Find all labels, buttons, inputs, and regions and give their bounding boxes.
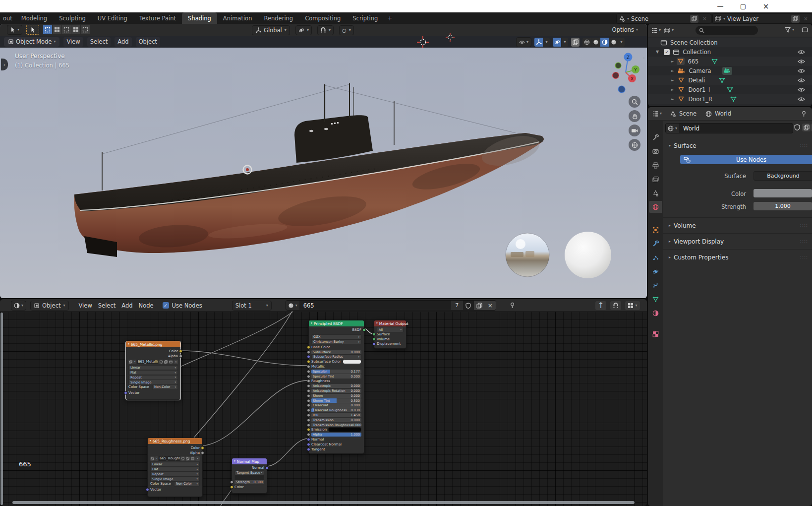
fake-user-button[interactable]: [463, 301, 474, 310]
clearcoat-roughness-slider[interactable]: Clearcoat Roughness0.030: [311, 408, 361, 412]
socket-metallic[interactable]: [307, 365, 310, 369]
snap-node-toggle[interactable]: [610, 301, 621, 310]
transform-orientation-dropdown[interactable]: Global ▾: [252, 25, 290, 35]
specular-tint-slider[interactable]: Specular Tint0.000: [311, 374, 361, 378]
breadcrumb-scene[interactable]: Scene: [679, 110, 696, 117]
menu-object[interactable]: Object: [136, 37, 160, 47]
interpolation-dropdown[interactable]: Linear▾: [128, 365, 178, 370]
new-scene-button[interactable]: [690, 15, 698, 23]
surface-value-dropdown[interactable]: Background: [754, 171, 812, 181]
expand-arrow[interactable]: ►: [671, 78, 674, 82]
display-mode-dropdown[interactable]: ▾: [651, 27, 661, 34]
strength-slider[interactable]: Strength0.300: [234, 480, 264, 484]
tab-scripting[interactable]: Scripting: [347, 12, 384, 24]
image-open-button[interactable]: [190, 456, 195, 460]
tab-modeling[interactable]: Modeling: [15, 12, 53, 24]
outliner-search-input[interactable]: [696, 26, 758, 35]
perspective-toggle-button[interactable]: [629, 139, 640, 151]
tab-rendering[interactable]: Rendering: [258, 12, 299, 24]
panel-grip[interactable]: ::::: [800, 143, 808, 148]
select-mode-intersect[interactable]: [81, 25, 90, 34]
shading-dropdown[interactable]: ▾: [618, 38, 625, 47]
tab-texture[interactable]: [649, 328, 662, 340]
image-name-field[interactable]: 665_Roughness...: [159, 456, 180, 460]
socket-transmission-roughness[interactable]: [307, 423, 310, 427]
tab-render[interactable]: [649, 145, 662, 157]
subsurface-color-swatch[interactable]: [343, 359, 361, 364]
material-users-count[interactable]: 7: [451, 301, 463, 310]
transmission-slider[interactable]: Transmission0.000: [311, 418, 361, 422]
tab-world[interactable]: [649, 201, 662, 213]
world-browse-dropdown[interactable]: ▾: [666, 124, 679, 133]
node-overlay-dropdown[interactable]: ▾: [625, 301, 640, 310]
delete-view-layer-button[interactable]: ×: [802, 15, 810, 23]
window-close-button[interactable]: ×: [754, 0, 777, 12]
mode-dropdown[interactable]: Object Mode ▾: [4, 37, 59, 47]
projection-dropdown[interactable]: Flat▾: [150, 467, 200, 472]
selectability-dropdown[interactable]: ▾: [516, 37, 531, 47]
collection-checkbox[interactable]: ✓: [664, 49, 670, 55]
active-tool-dropdown[interactable]: ▾: [7, 25, 22, 35]
view-layer-selector[interactable]: ▾ View Layer ×: [712, 13, 812, 24]
xray-toggle[interactable]: [571, 38, 580, 47]
expand-arrow[interactable]: ►: [671, 97, 674, 101]
socket-clearcoat-normal[interactable]: [307, 443, 310, 446]
distribution-dropdown[interactable]: GGX▾: [311, 334, 361, 339]
filter-id-type-dropdown[interactable]: ▾: [664, 27, 674, 34]
anisotropic-rotation-slider[interactable]: Anisotropic Rotation0.000: [311, 389, 361, 393]
surface-panel-header[interactable]: ▾ Surface: [669, 142, 696, 149]
pan-hand-button[interactable]: [629, 110, 640, 122]
socket-anisotropic-rotation[interactable]: [307, 389, 310, 393]
overlays-dropdown[interactable]: ▾: [562, 38, 568, 47]
tab-shading[interactable]: Shading: [182, 12, 217, 24]
socket-roughness[interactable]: [307, 380, 310, 383]
go-to-parent-tree-button[interactable]: ↑: [595, 301, 606, 310]
sun-light-gizmo-2[interactable]: [445, 33, 455, 42]
image-new-button[interactable]: [164, 360, 168, 364]
expand-arrow[interactable]: ►: [671, 60, 674, 63]
socket-clearcoat[interactable]: [307, 404, 310, 407]
world-datablock[interactable]: ▾ World: [665, 123, 793, 133]
panel-grip[interactable]: ::::: [800, 223, 808, 228]
socket-emission[interactable]: [307, 428, 310, 432]
socket-tangent[interactable]: [307, 447, 310, 451]
tab-material[interactable]: [649, 307, 662, 319]
editor-type-dropdown[interactable]: ▾: [11, 301, 26, 311]
filter-dropdown[interactable]: ▾: [785, 27, 794, 33]
material-datablock[interactable]: ▾ 665 7 ×: [286, 300, 496, 311]
socket-normal-out[interactable]: [265, 466, 269, 469]
node-menu-add[interactable]: Add: [118, 301, 135, 310]
image-name-field[interactable]: 665_Metallic.png: [137, 360, 158, 364]
tab-physics[interactable]: [649, 265, 662, 277]
socket-specular-tint[interactable]: [307, 375, 310, 378]
panel-grip[interactable]: ::::: [800, 239, 808, 244]
vertical-scrollbar[interactable]: [0, 313, 3, 505]
image-new-button[interactable]: [185, 456, 190, 460]
material-name-field[interactable]: 665: [299, 302, 451, 309]
outliner-row-camera[interactable]: ► Camera: [648, 66, 812, 75]
navigation-axis-gizmo[interactable]: Z Y X: [605, 51, 644, 94]
socket-specular[interactable]: [307, 370, 310, 373]
color-space-dropdown[interactable]: Non-Color▾: [174, 481, 200, 486]
socket-subsurface[interactable]: [307, 350, 310, 354]
outliner-row-door1-r[interactable]: ► Door1_R: [648, 94, 812, 104]
tab-constraints[interactable]: [649, 279, 662, 291]
image-open-button[interactable]: [169, 360, 173, 364]
select-mode-invert[interactable]: [71, 25, 80, 34]
transmission-roughness-slider[interactable]: Transmission Roughness0.000: [311, 423, 361, 427]
node-image-texture-metallic[interactable]: ▾665_Metallic.png Color Alpha ▾ 665_Meta…: [125, 341, 181, 400]
socket-surface-in[interactable]: [372, 332, 376, 336]
sun-light-gizmo[interactable]: [415, 36, 430, 49]
volume-panel-header[interactable]: ▾ Volume: [669, 222, 696, 229]
overlays-toggle[interactable]: [553, 38, 561, 47]
outliner-row-collection[interactable]: ▼ ✓ Collection: [648, 47, 812, 57]
material-browse-dropdown[interactable]: ▾: [286, 301, 299, 310]
tab-sculpting[interactable]: Sculpting: [53, 12, 92, 24]
image-browse-dropdown[interactable]: ▾: [155, 456, 158, 460]
socket-anisotropic[interactable]: [307, 384, 310, 388]
shader-type-dropdown[interactable]: Object ▾: [30, 301, 68, 311]
horizontal-scrollbar[interactable]: [12, 501, 635, 504]
gizmo-dropdown[interactable]: ▾: [543, 38, 550, 47]
zoom-button[interactable]: [629, 96, 640, 108]
alpha-slider[interactable]: Alpha1.000: [311, 433, 361, 437]
